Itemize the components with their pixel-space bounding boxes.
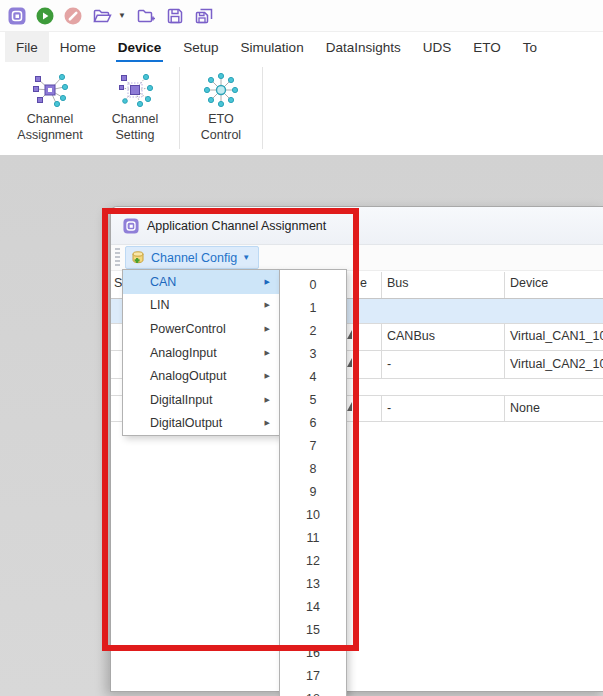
tab-home[interactable]: Home xyxy=(49,32,107,63)
table-line xyxy=(381,272,382,298)
dialog-toolbar: Channel Config ▼ xyxy=(111,245,603,271)
channel-setting-icon xyxy=(116,71,154,109)
table-line xyxy=(504,323,505,378)
tab-eto[interactable]: ETO xyxy=(462,32,512,63)
menu-item-label: CAN xyxy=(150,275,176,289)
submenu-item-14[interactable]: 14 xyxy=(280,595,346,618)
menu-item-lin[interactable]: LIN ▶ xyxy=(123,294,279,318)
submenu-item-1[interactable]: 1 xyxy=(280,296,346,319)
table-line xyxy=(381,395,382,421)
column-header-bus[interactable]: Bus xyxy=(387,276,409,290)
open-folder-icon[interactable] xyxy=(92,7,112,25)
submenu-item-11[interactable]: 11 xyxy=(280,526,346,549)
menu-item-can[interactable]: CAN ▶ xyxy=(123,270,279,294)
menu-item-label: DigitalInput xyxy=(150,393,213,407)
cell-device: None xyxy=(510,401,540,415)
column-header-device[interactable]: Device xyxy=(510,276,548,290)
menu-item-label: LIN xyxy=(150,298,169,312)
tab-datainsights[interactable]: DataInsights xyxy=(315,32,412,63)
row-dropdown-fragment xyxy=(347,330,352,339)
row-dropdown-fragment xyxy=(347,402,352,411)
tab-file[interactable]: File xyxy=(5,32,49,63)
submenu-item-6[interactable]: 6 xyxy=(280,411,346,434)
submenu-item-16[interactable]: 16 xyxy=(280,641,346,664)
dialog-titlebar[interactable]: Application Channel Assignment xyxy=(111,207,603,245)
submenu-item-0[interactable]: 0 xyxy=(280,273,346,296)
quick-access-toolbar: ▼ xyxy=(0,0,603,31)
dialog-app-icon xyxy=(123,218,139,234)
channel-setting-button[interactable]: Channel Setting xyxy=(96,62,174,155)
tab-device[interactable]: Device xyxy=(107,32,173,63)
record-disabled-icon[interactable] xyxy=(64,7,82,25)
save-as-icon[interactable] xyxy=(194,7,214,25)
ribbon-label: Channel xyxy=(27,112,74,126)
table-line xyxy=(504,395,505,421)
menu-item-analogoutput[interactable]: AnalogOutput ▶ xyxy=(123,364,279,388)
ribbon-device: Channel Assignment xyxy=(0,62,603,156)
ribbon-tab-bar: File Home Device Setup Simulation DataIn… xyxy=(0,31,603,63)
table-line xyxy=(381,323,382,378)
cell-bus: - xyxy=(387,357,391,371)
column-header-fragment-2: e xyxy=(360,276,367,290)
submenu-item-5[interactable]: 5 xyxy=(280,388,346,411)
tab-tools-clipped[interactable]: To xyxy=(512,32,548,63)
submenu-arrow-icon: ▶ xyxy=(265,301,270,309)
dialog-title: Application Channel Assignment xyxy=(147,219,326,233)
submenu-arrow-icon: ▶ xyxy=(265,372,270,380)
table-line xyxy=(504,272,505,298)
tab-simulation[interactable]: Simulation xyxy=(230,32,315,63)
app-logo-icon xyxy=(8,7,26,25)
eto-control-button[interactable]: ETO Control xyxy=(185,62,257,155)
submenu-item-17[interactable]: 17 xyxy=(280,664,346,687)
cell-device: Virtual_CAN1_10 xyxy=(510,329,603,343)
menu-item-label: DigitalOutput xyxy=(150,416,222,430)
submenu-item-10[interactable]: 10 xyxy=(280,503,346,526)
menu-item-label: AnalogInput xyxy=(150,346,217,360)
cell-bus: - xyxy=(387,401,391,415)
submenu-item-4[interactable]: 4 xyxy=(280,365,346,388)
submenu-item-2[interactable]: 2 xyxy=(280,319,346,342)
submenu-item-3[interactable]: 3 xyxy=(280,342,346,365)
can-channel-submenu: 0 1 2 3 4 5 6 7 8 9 10 11 12 13 14 15 16… xyxy=(279,269,347,696)
submenu-item-18[interactable]: 18 xyxy=(280,687,346,696)
ribbon-separator xyxy=(179,67,180,149)
menu-item-analoginput[interactable]: AnalogInput ▶ xyxy=(123,341,279,365)
app-window: ▼ File Home Device Setup Simulation Data… xyxy=(0,0,603,696)
submenu-item-15[interactable]: 15 xyxy=(280,618,346,641)
toolbar-grip-handle[interactable] xyxy=(115,248,120,267)
tab-uds[interactable]: UDS xyxy=(412,32,463,63)
open-dropdown-caret-icon[interactable]: ▼ xyxy=(118,11,126,20)
new-project-icon[interactable] xyxy=(136,7,156,25)
submenu-item-7[interactable]: 7 xyxy=(280,434,346,457)
submenu-arrow-icon: ▶ xyxy=(265,349,270,357)
submenu-item-9[interactable]: 9 xyxy=(280,480,346,503)
row-dropdown-fragment xyxy=(347,358,352,367)
tab-setup[interactable]: Setup xyxy=(172,32,229,63)
submenu-arrow-icon: ▶ xyxy=(265,396,270,404)
run-icon[interactable] xyxy=(36,7,54,25)
menu-item-digitalinput[interactable]: DigitalInput ▶ xyxy=(123,388,279,412)
ribbon-label: Assignment xyxy=(17,128,82,142)
submenu-arrow-icon: ▶ xyxy=(265,278,270,286)
channel-assignment-icon xyxy=(31,71,69,109)
submenu-item-13[interactable]: 13 xyxy=(280,572,346,595)
chevron-down-icon: ▼ xyxy=(242,253,250,262)
submenu-arrow-icon: ▶ xyxy=(265,419,270,427)
submenu-arrow-icon: ▶ xyxy=(265,325,270,333)
cell-device: Virtual_CAN2_10 xyxy=(510,357,603,371)
ribbon-label: Setting xyxy=(116,128,155,142)
save-icon[interactable] xyxy=(166,7,184,25)
channel-config-menu: CAN ▶ LIN ▶ PowerControl ▶ AnalogInput ▶… xyxy=(122,269,280,436)
submenu-item-12[interactable]: 12 xyxy=(280,549,346,572)
menu-item-digitaloutput[interactable]: DigitalOutput ▶ xyxy=(123,411,279,435)
channel-config-button[interactable]: Channel Config ▼ xyxy=(125,246,259,269)
menu-item-label: PowerControl xyxy=(150,322,226,336)
menu-item-powercontrol[interactable]: PowerControl ▶ xyxy=(123,317,279,341)
channel-config-label: Channel Config xyxy=(151,251,237,265)
channel-assignment-button[interactable]: Channel Assignment xyxy=(4,62,96,155)
ribbon-label: Channel xyxy=(112,112,159,126)
menu-item-label: AnalogOutput xyxy=(150,369,226,383)
ribbon-label: ETO xyxy=(208,112,233,126)
submenu-item-8[interactable]: 8 xyxy=(280,457,346,480)
eto-control-icon xyxy=(202,71,240,109)
